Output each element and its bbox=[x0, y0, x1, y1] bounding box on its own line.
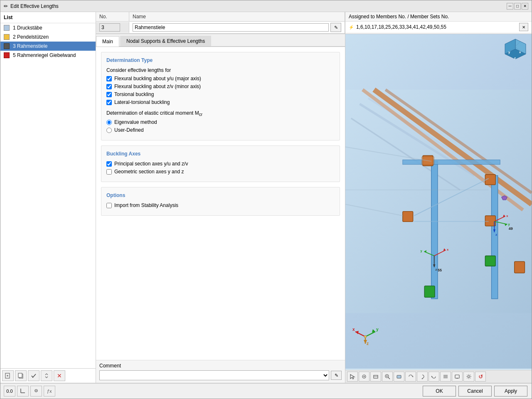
svg-line-58 bbox=[365, 332, 375, 337]
checkbox-principal-axes[interactable]: Principal section axes y/u and z/v bbox=[106, 161, 335, 167]
grid-button[interactable] bbox=[30, 386, 42, 397]
import-stability-checkbox[interactable] bbox=[106, 203, 112, 208]
confirm-item-button[interactable] bbox=[28, 370, 39, 381]
flexural-minor-label: Flexural buckling about z/v (minor axis) bbox=[114, 84, 201, 89]
delete-item-button[interactable]: ✕ bbox=[54, 370, 65, 381]
list-item-label-5: 5 Rahmenriegel Giebelwand bbox=[13, 52, 76, 58]
svg-rect-20 bbox=[485, 216, 495, 226]
vp-zoom-button[interactable] bbox=[382, 372, 393, 382]
viewport-toolbar: ↺ bbox=[345, 370, 532, 383]
values-row: ✎ bbox=[96, 22, 345, 34]
vp-rotate-z-button[interactable] bbox=[429, 372, 439, 382]
vp-pan-button[interactable] bbox=[359, 372, 369, 382]
torsional-checkbox[interactable] bbox=[106, 92, 112, 97]
list-item[interactable]: 2 Pendelstützen bbox=[0, 32, 96, 42]
list-color-2 bbox=[4, 34, 10, 40]
close-button[interactable]: ✕ bbox=[522, 3, 528, 10]
comment-label: Comment bbox=[99, 363, 342, 369]
title-icon: ✏ bbox=[4, 3, 8, 9]
checkbox-geometric-axes[interactable]: Geometric section axes y and z bbox=[106, 169, 335, 175]
svg-point-89 bbox=[36, 390, 37, 391]
svg-marker-62 bbox=[355, 331, 359, 334]
viewport-svg: x y z 55 bbox=[345, 34, 532, 369]
nav-cube[interactable]: x y z bbox=[502, 37, 528, 63]
title-bar-controls[interactable]: ─ □ ✕ bbox=[507, 3, 528, 10]
lateral-torsional-checkbox[interactable] bbox=[106, 100, 112, 105]
principal-axes-checkbox[interactable] bbox=[106, 161, 112, 167]
list-item[interactable]: 1 Druckstäbe bbox=[0, 23, 96, 32]
viewport: x y z 55 bbox=[345, 34, 532, 383]
buckling-title: Buckling Axes bbox=[106, 151, 335, 157]
radio-eigenvalue[interactable]: Eigenvalue method bbox=[106, 119, 335, 125]
eigenvalue-radio[interactable] bbox=[106, 120, 112, 125]
flexural-major-label: Flexural buckling about y/u (major axis) bbox=[114, 76, 201, 81]
assigned-icon: ⚡ bbox=[349, 25, 354, 30]
checkbox-import-stability[interactable]: Import from Stability Analysis bbox=[106, 202, 335, 208]
vp-render-button[interactable] bbox=[394, 372, 404, 382]
user-defined-label: User-Defined bbox=[114, 127, 144, 133]
name-header: Name bbox=[129, 12, 345, 21]
move-item-button[interactable] bbox=[41, 370, 52, 381]
checkbox-flexural-major[interactable]: Flexural buckling about y/u (major axis) bbox=[106, 76, 335, 81]
svg-rect-13 bbox=[492, 175, 498, 298]
vp-view-button[interactable] bbox=[370, 372, 381, 382]
no-input[interactable] bbox=[99, 23, 120, 32]
svg-rect-18 bbox=[424, 286, 435, 298]
vp-settings-button[interactable] bbox=[463, 372, 474, 382]
checkbox-lateral-torsional[interactable]: Lateral-torsional buckling bbox=[106, 99, 335, 105]
vp-rotate-y-button[interactable] bbox=[417, 372, 428, 382]
comment-row: ✎ bbox=[99, 370, 342, 380]
geometric-axes-checkbox[interactable] bbox=[106, 169, 112, 175]
mcr-label: Determination of elastic critical moment… bbox=[106, 110, 335, 117]
svg-text:z: z bbox=[367, 341, 369, 346]
apply-button[interactable]: Apply bbox=[494, 386, 527, 397]
new-item-button[interactable] bbox=[2, 370, 14, 381]
svg-rect-12 bbox=[431, 161, 438, 299]
assigned-value-row: ⚡ 1,6,10,17,18,25,26,33,34,41,42,49,50,5… bbox=[345, 22, 532, 32]
minimize-button[interactable]: ─ bbox=[507, 3, 513, 10]
name-input[interactable] bbox=[133, 23, 329, 32]
vp-layers-button[interactable] bbox=[440, 372, 451, 382]
formula-button[interactable]: ƒx bbox=[44, 386, 55, 397]
main-content: List 1 Druckstäbe 2 Pendelstützen 3 Rahm… bbox=[0, 12, 532, 383]
vp-display-button[interactable] bbox=[452, 372, 463, 382]
no-name-area: No. Name ✎ bbox=[96, 12, 345, 34]
list-panel: List 1 Druckstäbe 2 Pendelstützen 3 Rahm… bbox=[0, 12, 96, 383]
vp-rotate-x-button[interactable] bbox=[405, 372, 416, 382]
vp-reset-button[interactable]: ↺ bbox=[475, 372, 486, 382]
name-edit-button[interactable]: ✎ bbox=[330, 23, 341, 32]
svg-rect-5 bbox=[345, 90, 532, 313]
header-row: No. Name bbox=[96, 12, 345, 22]
radio-user-defined[interactable]: User-Defined bbox=[106, 127, 335, 133]
svg-text:z: z bbox=[435, 268, 437, 271]
svg-rect-70 bbox=[374, 375, 378, 378]
svg-text:z: z bbox=[514, 56, 516, 60]
cancel-button[interactable]: Cancel bbox=[458, 386, 492, 397]
flexural-major-checkbox[interactable] bbox=[106, 76, 112, 81]
svg-text:z: z bbox=[495, 233, 497, 236]
assigned-area: Assigned to Members No. / Member Sets No… bbox=[345, 12, 532, 34]
axes-svg: y x z bbox=[352, 321, 379, 346]
svg-text:y: y bbox=[508, 50, 510, 54]
list-item[interactable]: 3 Rahmenstiele bbox=[0, 42, 96, 51]
tab-main[interactable]: Main bbox=[96, 36, 119, 47]
form-header-area: No. Name ✎ Assigned to bbox=[96, 12, 532, 34]
user-defined-radio[interactable] bbox=[106, 128, 112, 133]
buckling-section: Buckling Axes Principal section axes y/u… bbox=[101, 145, 340, 182]
checkbox-flexural-minor[interactable]: Flexural buckling about z/v (minor axis) bbox=[106, 84, 335, 89]
assigned-edit-button[interactable]: ✕ bbox=[519, 23, 528, 31]
copy-item-button[interactable] bbox=[15, 370, 27, 381]
coordinate-button[interactable] bbox=[17, 386, 29, 397]
determination-title: Determination Type bbox=[106, 57, 335, 63]
comment-input[interactable] bbox=[99, 370, 329, 380]
tab-nodal[interactable]: Nodal Supports & Effective Lengths bbox=[120, 36, 211, 46]
ok-button[interactable]: OK bbox=[423, 386, 456, 397]
maximize-button[interactable]: □ bbox=[514, 3, 521, 10]
list-item[interactable]: 5 Rahmenriegel Giebelwand bbox=[0, 51, 96, 60]
flexural-minor-checkbox[interactable] bbox=[106, 84, 112, 89]
info-button[interactable]: 0.0 bbox=[4, 386, 15, 397]
main-window: ✏ Edit Effective Lengths ─ □ ✕ List 1 Dr… bbox=[0, 0, 532, 399]
checkbox-torsional[interactable]: Torsional buckling bbox=[106, 91, 335, 97]
comment-edit-button[interactable]: ✎ bbox=[331, 371, 342, 380]
vp-select-button[interactable] bbox=[347, 372, 358, 382]
